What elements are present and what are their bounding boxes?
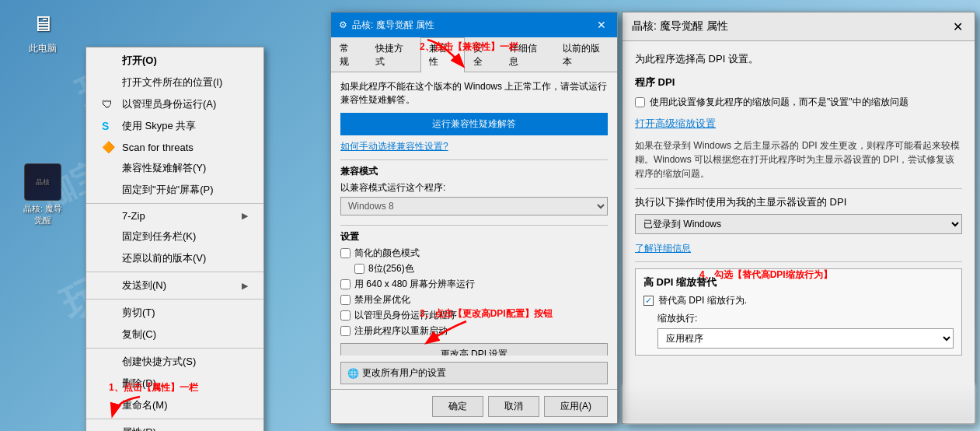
menu-scan-label: Scan for threats — [122, 142, 194, 153]
override-select[interactable]: 应用程序 — [657, 328, 954, 349]
cb-run-as-admin2-label: 以管理员身份运行此程序 — [354, 309, 457, 322]
cb-640x480: 用 640 x 480 屏幕分辨率运行 — [340, 278, 608, 291]
reset-btn-label: 更改所有用户的设置 — [362, 366, 446, 380]
menu-item-copy[interactable]: 复制(C) — [86, 324, 263, 345]
menu-item-skype[interactable]: S 使用 Skype 共享 — [86, 115, 263, 137]
game-icon-label: 晶核: 魔导觉醒 — [23, 203, 62, 226]
reset-all-users-button[interactable]: 🌐 更改所有用户的设置 — [340, 362, 608, 384]
cb-disable-fullscreen-input[interactable] — [340, 295, 350, 305]
desktop-icon-game[interactable]: 晶核 晶核: 魔导觉醒 — [12, 163, 74, 226]
apply-button[interactable]: 应用(A) — [544, 396, 608, 417]
menu-sep-2 — [86, 272, 263, 272]
tab-compatibility[interactable]: 兼容性 — [420, 37, 465, 72]
override-sub-label: 缩放执行: — [657, 312, 954, 325]
cb-register-restart: 注册此程序以重新启动 — [340, 324, 608, 338]
computer-icon: 🖥 — [27, 8, 58, 39]
menu-delete-label: 删除(D) — [122, 377, 156, 391]
dpi-close-button[interactable]: ✕ — [950, 19, 965, 34]
execution-select[interactable]: 已登录到 Windows — [635, 214, 962, 234]
menu-sep-3 — [86, 299, 263, 300]
cb-register-restart-input[interactable] — [340, 326, 350, 336]
compat-dialog-title: 品核: 魔导觉醒 属性 — [352, 19, 434, 32]
send-to-arrow-icon: ▶ — [242, 281, 248, 291]
override-title: 高 DPI 缩放替代 — [643, 275, 954, 289]
change-dpi-button[interactable]: 更改高 DPI 设置 — [340, 343, 608, 356]
compat-close-button[interactable]: ✕ — [594, 17, 609, 33]
context-menu: 打开(O) 打开文件所在的位置(I) 🛡 以管理员身份运行(A) S 使用 Sk… — [85, 47, 264, 431]
menu-item-pin-start[interactable]: 固定到"开始"屏幕(P) — [86, 179, 263, 201]
menu-rename-label: 重命名(M) — [122, 398, 168, 412]
menu-item-rename[interactable]: 重命名(M) — [86, 394, 263, 416]
menu-pin-taskbar-label: 固定到任务栏(K) — [122, 230, 196, 244]
learn-more-link[interactable]: 了解详细信息 — [635, 242, 962, 255]
menu-item-scan-threats[interactable]: 🔶 Scan for threats — [86, 137, 263, 157]
program-dpi-title: 程序 DPI — [635, 75, 962, 89]
menu-item-pin-taskbar[interactable]: 固定到任务栏(K) — [86, 226, 263, 247]
menu-run-admin-label: 以管理员身份运行(A) — [122, 97, 216, 111]
menu-item-open[interactable]: 打开(O) — [86, 50, 263, 72]
menu-send-to-label: 发送到(N) — [122, 279, 166, 293]
program-dpi-checkbox-row: 使用此设置修复此程序的缩放问题，而不是"设置"中的缩放问题 — [635, 96, 962, 109]
menu-item-restore-prev[interactable]: 还原以前的版本(V) — [86, 247, 263, 269]
open-advanced-link[interactable]: 打开高级缩放设置 — [635, 117, 962, 131]
compat-dialog: ⚙ 品核: 魔导觉醒 属性 ✕ 常规 快捷方式 兼容性 安全 详细信息 以前的版… — [330, 12, 618, 424]
menu-cut-label: 剪切(T) — [122, 306, 155, 320]
menu-item-open-location[interactable]: 打开文件所在的位置(I) — [86, 72, 263, 93]
dpi-description: 如果在登录到 Windows 之后主显示器的 DPI 发生更改，则程序可能看起来… — [635, 138, 962, 180]
cb-register-restart-label: 注册此程序以重新启动 — [354, 324, 448, 338]
ok-button[interactable]: 确定 — [432, 396, 483, 417]
run-compat-button[interactable]: 运行兼容性疑难解答 — [340, 113, 608, 135]
cb-color-depth: 8位(256)色 — [340, 262, 608, 275]
scan-icon: 🔶 — [102, 141, 117, 153]
compat-title-left: ⚙ 品核: 魔导觉醒 属性 — [339, 19, 434, 32]
compat-dialog-titlebar: ⚙ 品核: 魔导觉醒 属性 ✕ — [331, 12, 617, 37]
dpi-sep-2 — [635, 261, 962, 262]
menu-item-7zip[interactable]: 7-Zip ▶ — [86, 206, 263, 226]
menu-create-shortcut-label: 创建快捷方式(S) — [122, 355, 196, 369]
menu-item-properties[interactable]: 属性(R) — [86, 422, 263, 431]
compat-dialog-body: 如果此程序不能在这个版本的 Windows 上正常工作，请尝试运行兼容性疑难解答… — [331, 72, 617, 356]
menu-properties-label: 属性(R) — [122, 426, 156, 431]
compat-how-link[interactable]: 如何手动选择兼容性设置? — [340, 140, 608, 153]
cb-color-depth-input[interactable] — [354, 264, 364, 274]
cancel-button[interactable]: 取消 — [488, 396, 539, 417]
tab-details[interactable]: 详细信息 — [500, 37, 554, 72]
menu-item-create-shortcut[interactable]: 创建快捷方式(S) — [86, 351, 263, 373]
compat-mode-select[interactable]: Windows 8 — [340, 197, 608, 216]
override-checkbox-label: 替代高 DPI 缩放行为. — [658, 294, 747, 307]
menu-sep-4 — [86, 348, 263, 349]
dpi-sep-1 — [635, 188, 962, 189]
program-dpi-checkbox[interactable] — [635, 97, 645, 107]
menu-restore-label: 还原以前的版本(V) — [122, 251, 206, 265]
menu-item-run-as-admin[interactable]: 🛡 以管理员身份运行(A) — [86, 93, 263, 115]
tab-general[interactable]: 常规 — [331, 37, 367, 72]
menu-sep-5 — [86, 419, 263, 419]
cb-run-as-admin2-input[interactable] — [340, 310, 350, 321]
cb-disable-fullscreen-label: 禁用全屏优化 — [354, 293, 410, 307]
tab-security[interactable]: 安全 — [465, 37, 500, 72]
compat-mode-label: 兼容模式 — [340, 165, 608, 178]
desktop-icon-computer[interactable]: 🖥 此电脑 — [16, 8, 70, 55]
compat-tabs: 常规 快捷方式 兼容性 安全 详细信息 以前的版本 — [331, 37, 617, 72]
menu-skype-label: 使用 Skype 共享 — [122, 119, 196, 133]
menu-item-cut[interactable]: 剪切(T) — [86, 302, 263, 324]
cb-simplified-color-input[interactable] — [340, 248, 350, 258]
tab-previous[interactable]: 以前的版本 — [554, 37, 617, 72]
cb-disable-fullscreen: 禁用全屏优化 — [340, 293, 608, 307]
sep-1 — [340, 159, 608, 160]
menu-item-compat-help[interactable]: 兼容性疑难解答(Y) — [86, 157, 263, 179]
cb-simplified-color-label: 简化的颜色模式 — [354, 247, 420, 260]
menu-open-location-label: 打开文件所在的位置(I) — [122, 75, 222, 89]
dpi-dialog-body: 为此程序选择高 DPI 设置。 程序 DPI 使用此设置修复此程序的缩放问题，而… — [623, 41, 975, 384]
menu-item-send-to[interactable]: 发送到(N) ▶ — [86, 275, 263, 296]
compat-info-text: 如果此程序不能在这个版本的 Windows 上正常工作，请尝试运行兼容性疑难解答… — [340, 80, 608, 107]
menu-item-delete[interactable]: 删除(D) — [86, 373, 263, 394]
override-checkbox[interactable]: ✓ — [643, 296, 654, 306]
cb-640x480-label: 用 640 x 480 屏幕分辨率运行 — [354, 278, 475, 291]
dpi-dialog: 晶核: 魔导觉醒 属性 ✕ 为此程序选择高 DPI 设置。 程序 DPI 使用此… — [622, 12, 975, 424]
cb-640x480-input[interactable] — [340, 279, 350, 289]
dpi-subtitle: 为此程序选择高 DPI 设置。 — [635, 52, 962, 66]
compat-dialog-footer: 确定 取消 应用(A) — [331, 389, 617, 423]
execution-label: 执行以下操作时使用为我的主显示器设置的 DPI — [635, 195, 962, 209]
tab-shortcut[interactable]: 快捷方式 — [367, 37, 420, 72]
